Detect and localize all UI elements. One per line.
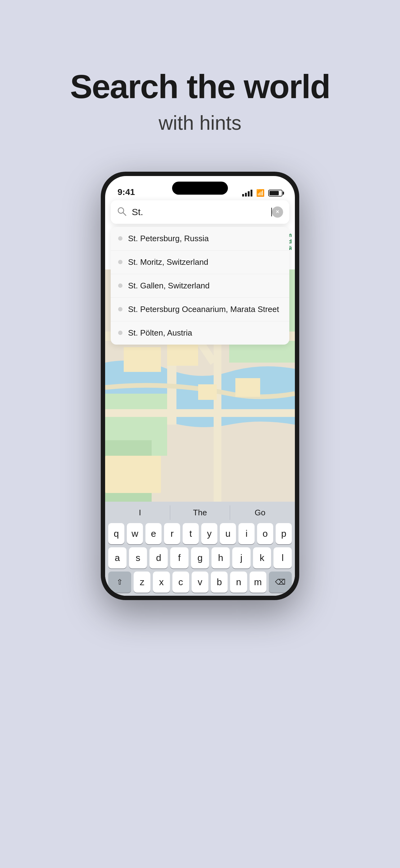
key-o[interactable]: o — [257, 523, 273, 544]
clear-icon: × — [276, 209, 279, 215]
key-e[interactable]: e — [145, 523, 162, 544]
search-overlay: St. × St. Petersburg, Russia St. Moritz,… — [105, 197, 295, 345]
shift-key[interactable]: ⇧ — [108, 571, 131, 593]
key-y[interactable]: y — [201, 523, 218, 544]
search-icon-wrapper — [117, 207, 127, 218]
key-q[interactable]: q — [108, 523, 124, 544]
key-b[interactable]: b — [211, 571, 228, 593]
search-bar[interactable]: St. × — [111, 200, 289, 224]
phone-container: 9:41 📶 — [101, 172, 299, 600]
key-j[interactable]: j — [232, 547, 251, 568]
key-a[interactable]: a — [108, 547, 127, 568]
status-time: 9:41 — [118, 187, 135, 197]
key-t[interactable]: t — [182, 523, 199, 544]
svg-rect-10 — [105, 456, 161, 493]
key-r[interactable]: r — [164, 523, 180, 544]
suggestion-text-3[interactable]: St. Petersburg Oceanarium, Marata Street — [128, 305, 279, 314]
key-k[interactable]: k — [253, 547, 271, 568]
clear-button[interactable]: × — [272, 207, 283, 218]
hero-subtitle: with hints — [159, 112, 241, 134]
key-g[interactable]: g — [191, 547, 209, 568]
status-icons: 📶 — [242, 189, 282, 197]
dynamic-island — [172, 182, 228, 195]
suggestion-text-0[interactable]: St. Petersburg, Russia — [128, 234, 209, 243]
key-v[interactable]: v — [192, 571, 208, 593]
keyboard: I The Go q w e r t y u i o — [105, 502, 295, 596]
key-z[interactable]: z — [134, 571, 151, 593]
phone-inner: 9:41 📶 — [105, 176, 295, 596]
keyboard-suggestions-row: I The Go — [107, 505, 293, 520]
svg-rect-11 — [235, 378, 260, 397]
key-d[interactable]: d — [149, 547, 168, 568]
suggestion-item-1[interactable]: St. Moritz, Switzerland — [111, 251, 289, 274]
hero-title: Search the world — [70, 68, 330, 105]
suggestion-item-2[interactable]: St. Gallen, Switzerland — [111, 274, 289, 298]
keyboard-row-1: q w e r t y u i o p a s — [107, 523, 293, 593]
key-u[interactable]: u — [220, 523, 236, 544]
delete-key[interactable]: ⌫ — [269, 571, 292, 593]
search-icon — [117, 207, 127, 216]
key-i[interactable]: i — [238, 523, 255, 544]
suggestion-text-2[interactable]: St. Gallen, Switzerland — [128, 281, 210, 290]
key-n[interactable]: n — [230, 571, 247, 593]
wifi-icon: 📶 — [256, 189, 265, 197]
suggestion-text-4[interactable]: St. Pölten, Austria — [128, 328, 192, 338]
suggestion-dot-1 — [118, 260, 123, 264]
svg-rect-7 — [105, 409, 295, 417]
kbd-suggestion-1[interactable]: The — [170, 505, 230, 520]
kbd-suggestion-2[interactable]: Go — [230, 505, 290, 520]
key-h[interactable]: h — [211, 547, 230, 568]
key-l[interactable]: l — [273, 547, 292, 568]
suggestion-dot-3 — [118, 307, 123, 311]
key-m[interactable]: m — [249, 571, 266, 593]
suggestion-item-4[interactable]: St. Pölten, Austria — [111, 321, 289, 345]
key-f[interactable]: f — [170, 547, 189, 568]
signal-bars-icon — [242, 190, 253, 196]
svg-rect-9 — [167, 344, 198, 366]
key-c[interactable]: c — [172, 571, 189, 593]
svg-rect-12 — [198, 384, 217, 400]
svg-rect-8 — [124, 347, 161, 372]
key-w[interactable]: w — [127, 523, 143, 544]
key-p[interactable]: p — [276, 523, 292, 544]
suggestion-dot-2 — [118, 283, 123, 288]
suggestion-text-1[interactable]: St. Moritz, Switzerland — [128, 257, 208, 267]
suggestion-item-3[interactable]: St. Petersburg Oceanarium, Marata Street — [111, 298, 289, 321]
hero-section: Search the world with hints — [70, 0, 330, 159]
key-x[interactable]: x — [153, 571, 170, 593]
suggestion-dot-4 — [118, 331, 123, 335]
kbd-suggestion-0[interactable]: I — [110, 505, 170, 520]
phone-frame: 9:41 📶 — [101, 172, 299, 600]
suggestion-dot-0 — [118, 236, 123, 241]
key-s[interactable]: s — [129, 547, 147, 568]
battery-icon — [268, 190, 282, 196]
search-query[interactable]: St. — [132, 207, 271, 217]
suggestion-item-0[interactable]: St. Petersburg, Russia — [111, 227, 289, 251]
svg-line-14 — [123, 213, 126, 215]
suggestions-dropdown: St. Petersburg, Russia St. Moritz, Switz… — [111, 227, 289, 345]
